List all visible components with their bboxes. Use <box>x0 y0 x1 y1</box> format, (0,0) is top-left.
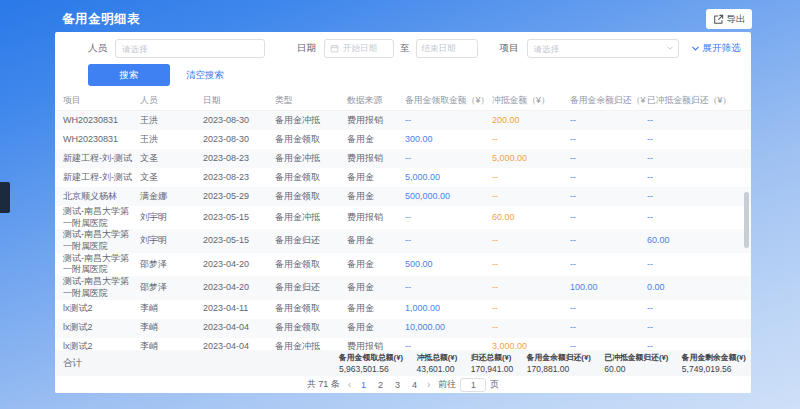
cell-received: 500.00 <box>405 259 492 271</box>
cell-offset_returned: -- <box>647 322 751 334</box>
cell-balance_returned: -- <box>570 212 647 224</box>
scrollbar-thumb[interactable] <box>744 192 749 248</box>
summary-item: 备用金领取总额(¥)5,963,501.56 <box>339 352 403 374</box>
cell-type: 备用金领取 <box>275 134 347 146</box>
cell-offset: 60.00 <box>492 212 570 224</box>
summary-label: 合计 <box>63 357 82 370</box>
person-input[interactable] <box>115 39 265 58</box>
page-number-4[interactable]: 4 <box>410 380 419 390</box>
page-background: 备用金明细表 导出 人员 日期 <box>0 0 800 409</box>
cell-project: 新建工程-刘-测试 <box>63 153 140 165</box>
cell-offset: -- <box>492 282 570 294</box>
date-end-input[interactable]: 结束日期 <box>416 39 478 58</box>
table-row: 测试-南昌大学第一附属医院邵梦泽2023-04-20备用金归还备用金----10… <box>55 276 751 299</box>
summary-item-value: 60.00 <box>604 364 668 374</box>
column-header: 项目 <box>63 95 140 107</box>
cell-offset_returned: -- <box>647 303 751 315</box>
goto-page-input[interactable] <box>460 378 486 392</box>
summary-row: 合计 备用金领取总额(¥)5,963,501.56冲抵总额(¥)43,601.0… <box>55 350 751 376</box>
cell-source: 费用报销 <box>347 341 405 350</box>
summary-item-label: 冲抵总额(¥) <box>417 352 458 363</box>
next-page-button[interactable]: › <box>427 380 430 390</box>
column-header: 冲抵金额（¥） <box>492 95 570 107</box>
cell-offset_returned: -- <box>647 212 751 224</box>
cell-balance_returned: -- <box>570 172 647 184</box>
goto-label: 前往 <box>438 378 456 391</box>
cell-offset_returned: -- <box>647 191 751 203</box>
date-end-placeholder: 结束日期 <box>422 43 456 55</box>
cell-offset: -- <box>492 235 570 247</box>
cell-type: 备用金归还 <box>275 282 347 294</box>
cell-person: 邵梦泽 <box>140 259 203 271</box>
page-number-1[interactable]: 1 <box>359 380 368 390</box>
table-row: 测试-南昌大学第一附属医院邵梦泽2023-04-20备用金领取备用金500.00… <box>55 253 751 276</box>
page-number-3[interactable]: 3 <box>393 380 402 390</box>
cell-offset: 5,000.00 <box>492 153 570 165</box>
cell-project: 测试-南昌大学第一附属医院 <box>63 276 140 299</box>
expand-chevron-icon <box>691 44 700 53</box>
chevron-down-icon <box>666 44 674 52</box>
cell-balance_returned: -- <box>570 259 647 271</box>
table-row: WH20230831王洪2023-08-30备用金冲抵费用报销--200.00-… <box>55 111 751 130</box>
cell-person: 文圣 <box>140 153 203 165</box>
cell-date: 2023-08-23 <box>203 172 275 184</box>
summary-item-label: 已冲抵金额归还(¥) <box>604 352 668 363</box>
cell-type: 备用金冲抵 <box>275 341 347 350</box>
clear-search-link[interactable]: 清空搜索 <box>186 69 224 82</box>
cell-balance_returned: -- <box>570 235 647 247</box>
cell-date: 2023-05-29 <box>203 191 275 203</box>
column-header: 人员 <box>140 95 203 107</box>
summary-item-value: 5,963,501.56 <box>339 364 403 374</box>
filter-section: 人员 日期 开始日期 至 结束日期 项目 <box>55 32 751 86</box>
export-button[interactable]: 导出 <box>706 9 752 29</box>
calendar-icon <box>330 44 339 53</box>
table-row: lx测试2李峭2023-04-04备用金领取备用金10,000.00------ <box>55 319 751 338</box>
date-start-placeholder: 开始日期 <box>343 43 377 55</box>
date-label: 日期 <box>297 42 316 55</box>
cell-offset: -- <box>492 303 570 315</box>
cell-source: 备用金 <box>347 259 405 271</box>
cell-offset: -- <box>492 259 570 271</box>
cell-offset_returned: 0.00 <box>647 282 751 294</box>
cell-offset_returned: -- <box>647 341 751 350</box>
table-row: lx测试2李峭2023-04-11备用金领取备用金1,000.00------ <box>55 300 751 319</box>
cell-person: 文圣 <box>140 172 203 184</box>
cell-balance_returned: -- <box>570 303 647 315</box>
table-row: lx测试2李峭2023-04-04备用金冲抵费用报销--3,000.00---- <box>55 338 751 351</box>
summary-items: 备用金领取总额(¥)5,963,501.56冲抵总额(¥)43,601.00归还… <box>339 352 751 374</box>
column-header: 类型 <box>275 95 347 107</box>
search-button[interactable]: 搜索 <box>88 64 170 86</box>
cell-person: 满金娜 <box>140 191 203 203</box>
drawer-handle[interactable] <box>0 182 10 213</box>
cell-date: 2023-08-30 <box>203 134 275 146</box>
cell-source: 备用金 <box>347 134 405 146</box>
column-header: 备用金余额归还（¥） <box>570 95 647 107</box>
cell-balance_returned: -- <box>570 322 647 334</box>
cell-date: 2023-04-04 <box>203 341 275 350</box>
prev-page-button[interactable]: ‹ <box>348 380 351 390</box>
date-start-input[interactable]: 开始日期 <box>324 39 394 58</box>
cell-source: 备用金 <box>347 322 405 334</box>
page-number-2[interactable]: 2 <box>376 380 385 390</box>
expand-filter-link[interactable]: 展开筛选 <box>691 42 741 55</box>
summary-item-value: 5,749,019.56 <box>682 364 746 374</box>
pagination-bar: 共 71 条 ‹ 1234 › 前往 页 <box>55 376 751 393</box>
cell-received: 5,000.00 <box>405 172 492 184</box>
column-header: 备用金领取金额（¥） <box>405 95 492 107</box>
cell-offset: 200.00 <box>492 115 570 127</box>
cell-balance_returned: -- <box>570 341 647 350</box>
column-header: 日期 <box>203 95 275 107</box>
cell-offset: -- <box>492 134 570 146</box>
expand-filter-label: 展开筛选 <box>703 42 741 55</box>
cell-project: WH20230831 <box>63 115 140 127</box>
cell-offset: -- <box>492 322 570 334</box>
project-select[interactable] <box>527 39 679 58</box>
cell-received: -- <box>405 235 492 247</box>
cell-offset_returned: -- <box>647 172 751 184</box>
cell-person: 邵梦泽 <box>140 282 203 294</box>
cell-type: 备用金领取 <box>275 172 347 184</box>
cell-type: 备用金冲抵 <box>275 153 347 165</box>
cell-received: -- <box>405 341 492 350</box>
table-row: 北京顺义杨林满金娜2023-05-29备用金领取备用金500,000.00---… <box>55 187 751 206</box>
summary-item: 归还总额(¥)170,941.00 <box>471 352 514 374</box>
